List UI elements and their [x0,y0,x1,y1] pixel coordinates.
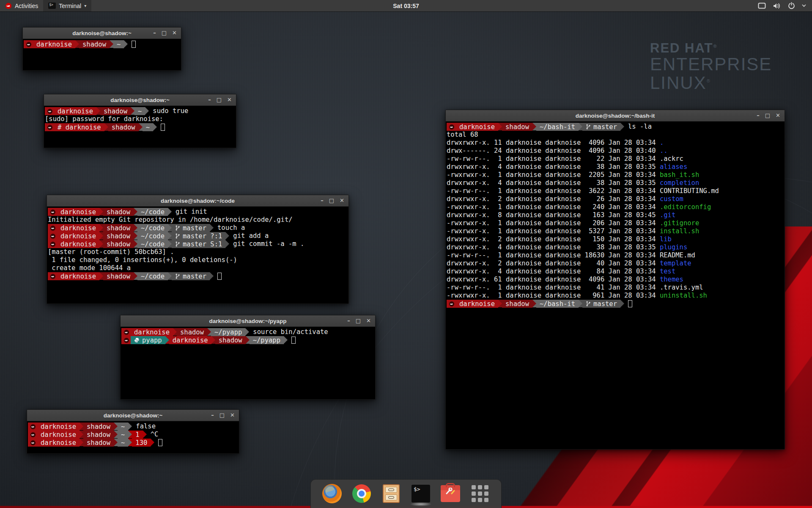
redhat-logo-icon [5,3,12,9]
powerline-arrow [80,439,83,446]
maximize-button[interactable]: □ [219,410,225,421]
close-button[interactable]: ✕ [227,94,232,105]
terminal-icon[interactable]: $> [411,483,431,504]
terminal-window[interactable]: darknoise@shadow:~/code–□✕darknoiseshado… [47,195,349,304]
powerline-arrow [134,224,137,232]
prompt-segment-user: darknoise [33,40,75,48]
terminal-window[interactable]: darknoise@shadow:~–□✕darknoiseshadow~sud… [44,94,236,148]
terminal-body[interactable]: darknoiseshadow~/pyappsource bin/activat… [121,327,375,400]
window-titlebar[interactable]: darknoise@shadow:~/code–□✕ [47,195,348,207]
prompt-segment-host: shadow [79,40,110,48]
window-titlebar[interactable]: darknoise@shadow:~–□✕ [23,28,181,39]
terminal-line: drwxrwxr-x. 4 darknoise darknoise 84 Jan… [447,268,785,276]
prompt-segment-user: darknoise [57,232,99,240]
terminal-window[interactable]: darknoise@shadow:~–□✕darknoiseshadow~ [22,27,181,71]
minimize-button[interactable]: – [153,28,156,39]
activities-button[interactable]: Activities [0,0,43,11]
file-name: .git [660,211,675,219]
prompt-segment-user: darknoise [37,431,80,439]
prompt-segment-path: ~ [113,40,124,48]
terminal-line: 1 file changed, 0 insertions(+), 0 delet… [48,256,348,264]
file-name: aliases [660,163,687,171]
file-name: themes [660,276,683,283]
terminal-line: darknoiseshadow~/codemaster ?:1git add a [48,232,348,240]
close-button[interactable]: ✕ [230,410,235,421]
terminal-body[interactable]: darknoiseshadow~ [23,39,181,72]
prompt-segment-branch: master [172,224,210,232]
powerline-arrow [165,336,169,344]
file-name: .. [660,147,668,155]
file-manager-icon[interactable] [381,483,401,504]
prompt-segment-host: shadow [103,208,134,216]
prompt-segment-host: shadow [83,431,114,439]
firefox-icon[interactable] [322,483,342,504]
terminal-body[interactable]: darknoiseshadow~/bash-itmasterls -latota… [446,121,785,450]
redhat-prompt-icon [123,337,129,343]
prompt-segment-path: ~/code [137,224,168,232]
maximize-button[interactable]: □ [162,28,167,39]
terminal-window[interactable]: darknoise@shadow:~–□✕darknoiseshadow~fal… [27,409,239,454]
powerline-arrow [114,422,118,430]
terminal-line: -rw-rw-r--. 1 darknoise darknoise 18630 … [447,251,785,260]
powerline-arrow [207,328,211,336]
redhat-prompt-icon [30,424,36,430]
powerline-arrow [532,300,536,307]
close-button[interactable]: ✕ [366,315,371,326]
prompt-segment-path: ~ [134,107,145,115]
clock[interactable]: Sat 03:57 [393,3,419,9]
minimize-button[interactable]: – [757,110,760,121]
window-titlebar[interactable]: darknoise@shadow:~/pyapp–□✕ [121,315,375,327]
window-titlebar[interactable]: darknoise@shadow:~/bash-it–□✕ [446,110,785,121]
redhat-prompt-icon [47,124,53,130]
terminal-body[interactable]: darknoiseshadow~falsedarknoiseshadow~1^C… [27,421,239,455]
redhat-prompt-icon [50,241,56,247]
powerline-arrow [225,240,229,248]
powerline-arrow [210,224,214,232]
prompt-segment-branch: master ?:1 [172,232,225,240]
powerline-arrow [579,300,582,307]
command-text: git commit -a -m . [229,240,304,248]
terminal-cursor [217,273,222,280]
terminal-line: drwxrwxr-x. 4 darknoise darknoise 38 Jan… [447,163,785,171]
terminal-window[interactable]: darknoise@shadow:~/pyapp–□✕darknoiseshad… [120,315,376,400]
terminal-cursor [628,300,632,307]
window-titlebar[interactable]: darknoise@shadow:~–□✕ [44,94,236,106]
prompt-segment-user: darknoise [57,272,99,280]
toolbox-icon[interactable] [440,483,461,504]
dock: $> [310,479,502,508]
minimize-button[interactable]: – [347,315,350,326]
terminal-line: darknoiseshadow~/bash-itmaster [447,300,785,308]
close-button[interactable]: ✕ [172,28,177,39]
minimize-button[interactable]: – [321,195,324,206]
prompt-segment-path: ~/bash-it [536,123,579,131]
maximize-button[interactable]: □ [765,110,770,121]
close-button[interactable]: ✕ [776,110,780,121]
minimize-button[interactable]: – [208,94,211,105]
terminal-line: darknoiseshadow~/bash-itmasterls -la [447,123,785,131]
system-status-area[interactable] [758,0,812,11]
prompt-segment-host: shadow [502,300,532,308]
powerline-arrow [114,431,118,438]
terminal-body[interactable]: darknoiseshadow~/codegit initInitialized… [47,207,348,305]
app-menu[interactable]: $> Terminal ▾ [43,0,91,11]
chrome-icon[interactable] [351,483,372,504]
terminal-window[interactable]: darknoise@shadow:~/bash-it–□✕darknoisesh… [445,110,785,450]
maximize-button[interactable]: □ [356,315,361,326]
activities-label: Activities [15,3,38,9]
close-button[interactable]: ✕ [340,195,344,206]
window-titlebar[interactable]: darknoise@shadow:~–□✕ [27,410,239,421]
maximize-button[interactable]: □ [217,94,222,105]
power-icon [788,2,795,9]
maximize-button[interactable]: □ [329,195,334,206]
powerline-arrow [210,272,214,280]
redhat-prompt-icon [50,209,56,215]
terminal-body[interactable]: darknoiseshadow~sudo true[sudo] password… [44,106,236,149]
powerline-arrow [245,328,249,336]
powerline-arrow [168,224,172,232]
terminal-line: -rwxrwxr-x. 1 darknoise darknoise 240 Ja… [447,203,785,211]
terminal-cursor [132,41,136,48]
terminal-line: total 68 [447,131,785,139]
git-branch-icon [175,233,180,239]
app-grid-icon[interactable] [470,483,490,504]
minimize-button[interactable]: – [211,410,214,421]
